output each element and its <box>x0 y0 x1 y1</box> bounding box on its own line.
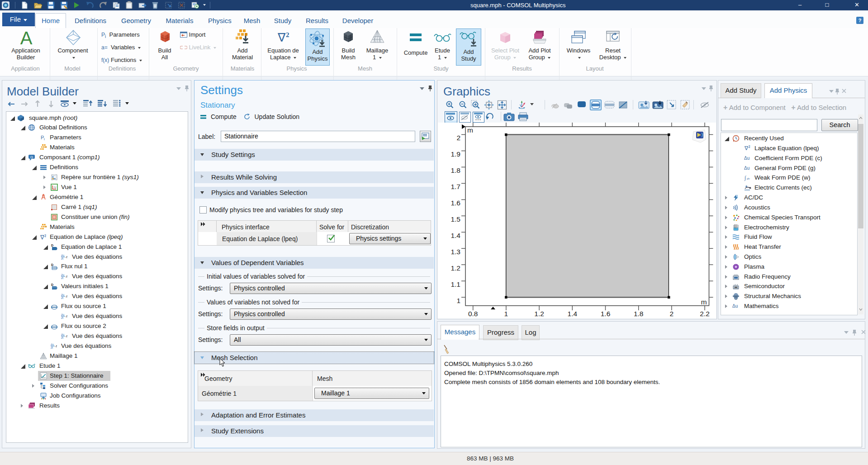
svg-text:1.4: 1.4 <box>451 232 460 239</box>
svg-text:1.8: 1.8 <box>634 310 644 318</box>
svg-text:2: 2 <box>456 134 460 142</box>
svg-text:1.9: 1.9 <box>451 150 460 158</box>
svg-text:1.6: 1.6 <box>601 310 611 318</box>
svg-text:∂u: ∂u <box>61 313 64 316</box>
svg-text:m: m <box>701 298 707 306</box>
svg-text:∂t: ∂t <box>51 346 53 349</box>
svg-text:∂u: ∂u <box>61 273 64 276</box>
svg-text:1: 1 <box>504 310 508 318</box>
svg-text:xy: xy <box>53 185 57 189</box>
svg-text:D: D <box>51 283 53 286</box>
svg-text:m: m <box>467 126 473 134</box>
svg-text:∂u: ∂u <box>51 342 54 346</box>
svg-text:dv: dv <box>747 177 750 180</box>
svg-text:1.4: 1.4 <box>568 310 578 318</box>
svg-text:1: 1 <box>456 297 460 304</box>
svg-text:Ω: Ω <box>30 155 33 159</box>
svg-text:∂t: ∂t <box>61 276 63 280</box>
svg-text:Δu: Δu <box>744 156 749 161</box>
svg-text:∂t: ∂t <box>61 316 63 319</box>
svg-text:1.3: 1.3 <box>451 248 460 256</box>
svg-text:Δu: Δu <box>744 166 749 171</box>
svg-text:-f: -f <box>66 295 67 298</box>
svg-text:2: 2 <box>286 31 289 38</box>
svg-text:∇: ∇ <box>277 31 286 43</box>
svg-text:1.2: 1.2 <box>534 310 544 318</box>
svg-text:D: D <box>51 263 53 266</box>
svg-text:2: 2 <box>670 310 674 318</box>
svg-text:Δu: Δu <box>732 304 738 308</box>
svg-text:1.6: 1.6 <box>451 199 460 207</box>
svg-text:i: i <box>44 137 45 141</box>
svg-text:∂u: ∂u <box>61 253 64 256</box>
svg-text:∇: ∇ <box>744 145 749 152</box>
svg-text:2: 2 <box>749 145 750 149</box>
svg-text:2: 2 <box>44 234 46 238</box>
svg-text:-f: -f <box>66 256 67 259</box>
svg-text:1.8: 1.8 <box>451 166 460 174</box>
svg-text:1.5: 1.5 <box>451 215 460 223</box>
svg-text:2.2: 2.2 <box>700 310 710 318</box>
svg-text:D: D <box>51 244 53 247</box>
svg-text:∫: ∫ <box>744 175 746 181</box>
svg-text:1.1: 1.1 <box>451 280 460 288</box>
svg-text:∂t: ∂t <box>61 257 63 260</box>
svg-text:0.8: 0.8 <box>468 310 478 318</box>
svg-text:∇: ∇ <box>40 234 44 241</box>
svg-text:1.7: 1.7 <box>451 183 460 190</box>
svg-text:A: A <box>20 29 33 47</box>
svg-text:-f: -f <box>66 275 67 278</box>
svg-text:∂t: ∂t <box>61 296 63 299</box>
svg-text:1.2: 1.2 <box>451 264 460 272</box>
svg-text:∂u: ∂u <box>61 293 64 296</box>
svg-text:∂u: ∂u <box>61 333 64 336</box>
svg-text:-f: -f <box>66 335 67 338</box>
svg-text:∂t: ∂t <box>61 336 63 339</box>
svg-text:-f: -f <box>66 315 67 318</box>
svg-text:-f: -f <box>55 345 57 348</box>
